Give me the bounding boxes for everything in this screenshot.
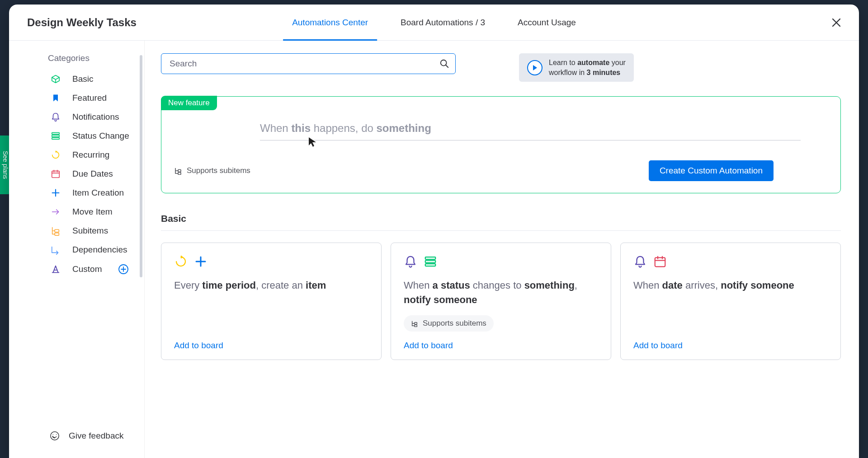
svg-rect-12 — [425, 261, 436, 263]
card-icons — [633, 255, 828, 268]
cursor-icon — [308, 136, 318, 147]
svg-point-7 — [51, 432, 59, 440]
sidebar-item-recurring[interactable]: Recurring — [9, 145, 144, 164]
sidebar-item-dependencies[interactable]: Dependencies — [9, 240, 144, 259]
new-feature-badge: New feature — [161, 96, 217, 110]
close-icon — [831, 18, 841, 28]
svg-rect-14 — [415, 322, 417, 324]
svg-rect-15 — [415, 325, 417, 327]
automations-modal: Design Weekly Tasks Automations Center B… — [9, 5, 859, 458]
learn-automate-banner[interactable]: Learn to automate your workflow in 3 min… — [519, 53, 634, 82]
section-title-basic: Basic — [161, 213, 841, 231]
svg-rect-10 — [178, 173, 181, 175]
categories-heading: Categories — [9, 53, 144, 70]
give-feedback-button[interactable]: Give feedback — [9, 423, 144, 449]
modal-body: Categories BasicFeaturedNotificationsSta… — [9, 41, 859, 458]
feedback-label: Give feedback — [69, 431, 123, 441]
svg-rect-16 — [655, 257, 665, 266]
plus-icon — [51, 188, 61, 198]
automation-card: When date arrives, notify someoneAdd to … — [620, 243, 841, 360]
sidebar-item-notifications[interactable]: Notifications — [9, 107, 144, 126]
bell-icon — [633, 255, 647, 268]
svg-rect-1 — [52, 135, 60, 137]
calendar-icon — [653, 255, 667, 268]
page-title: Design Weekly Tasks — [27, 16, 137, 29]
sidebar-item-custom[interactable]: Custom — [9, 259, 144, 279]
automation-card: When a status changes to something, noti… — [391, 243, 611, 360]
svg-rect-4 — [55, 229, 59, 232]
sidebar-item-featured[interactable]: Featured — [9, 89, 144, 107]
bell-icon — [51, 112, 61, 122]
card-icons — [404, 255, 598, 268]
recur-icon — [51, 150, 61, 160]
svg-rect-3 — [52, 171, 60, 178]
svg-rect-13 — [425, 264, 436, 266]
plus-icon — [194, 255, 208, 268]
card-icons — [174, 255, 368, 268]
svg-rect-11 — [425, 257, 436, 259]
svg-rect-2 — [52, 138, 60, 140]
status-icon — [424, 255, 437, 268]
sidebar-item-move-item[interactable]: Move Item — [9, 202, 144, 221]
automation-cards-row: Every time period, create an itemAdd to … — [161, 243, 841, 360]
status-icon — [51, 131, 61, 141]
close-button[interactable] — [830, 16, 843, 29]
calendar-icon — [51, 169, 61, 179]
svg-rect-5 — [55, 233, 59, 236]
recur-icon — [174, 255, 188, 268]
card-description: When a status changes to something, noti… — [404, 278, 598, 307]
sidebar-item-label: Dependencies — [50, 245, 127, 255]
subitems-icon — [411, 320, 418, 327]
tab-board-automations[interactable]: Board Automations / 3 — [397, 5, 489, 40]
main-content: Learn to automate your workflow in 3 min… — [145, 41, 859, 458]
automation-card: Every time period, create an itemAdd to … — [161, 243, 382, 360]
bell-icon — [404, 255, 417, 268]
tab-automations-center[interactable]: Automations Center — [288, 5, 372, 40]
custom-automation-card: New feature When this happens, do someth… — [161, 96, 841, 193]
sidebar-item-basic[interactable]: Basic — [9, 70, 144, 89]
subitems-icon — [51, 226, 61, 236]
add-to-board-button[interactable]: Add to board — [174, 332, 368, 351]
svg-rect-0 — [52, 133, 60, 135]
automation-sentence[interactable]: When this happens, do something — [174, 122, 828, 135]
svg-rect-9 — [178, 170, 181, 172]
add-to-board-button[interactable]: Add to board — [633, 332, 828, 351]
bookmark-icon — [51, 93, 61, 103]
supports-subitems-chip: Supports subitems — [404, 315, 494, 332]
box-icon — [51, 74, 61, 84]
card-description: Every time period, create an item — [174, 278, 368, 293]
learn-text: Learn to automate your workflow in 3 min… — [549, 58, 626, 77]
sidebar-item-item-creation[interactable]: Item Creation — [9, 183, 144, 202]
sidebar-item-status-change[interactable]: Status Change — [9, 126, 144, 145]
create-custom-automation-button[interactable]: Create Custom Automation — [649, 160, 774, 181]
modal-header: Design Weekly Tasks Automations Center B… — [9, 5, 859, 41]
header-tabs: Automations Center Board Automations / 3… — [288, 5, 580, 40]
play-icon — [527, 60, 542, 75]
add-custom-icon[interactable] — [118, 264, 129, 275]
dep-icon — [51, 245, 61, 255]
arrow-icon — [51, 207, 61, 217]
search-input[interactable] — [161, 53, 456, 74]
sidebar-item-label: Status Change — [50, 131, 129, 141]
sidebar: Categories BasicFeaturedNotificationsSta… — [9, 41, 145, 458]
supports-subitems-label: Supports subitems — [174, 166, 250, 175]
card-description: When date arrives, notify someone — [633, 278, 828, 293]
sidebar-item-subitems[interactable]: Subitems — [9, 221, 144, 240]
custom-icon — [51, 264, 61, 274]
sidebar-item-label: Item Creation — [50, 188, 124, 198]
subitems-icon — [174, 167, 182, 175]
feedback-icon — [50, 431, 60, 441]
sidebar-item-due-dates[interactable]: Due Dates — [9, 164, 144, 183]
add-to-board-button[interactable]: Add to board — [404, 332, 598, 351]
search-icon — [439, 59, 449, 69]
tab-account-usage[interactable]: Account Usage — [514, 5, 580, 40]
search-wrap — [161, 53, 456, 74]
